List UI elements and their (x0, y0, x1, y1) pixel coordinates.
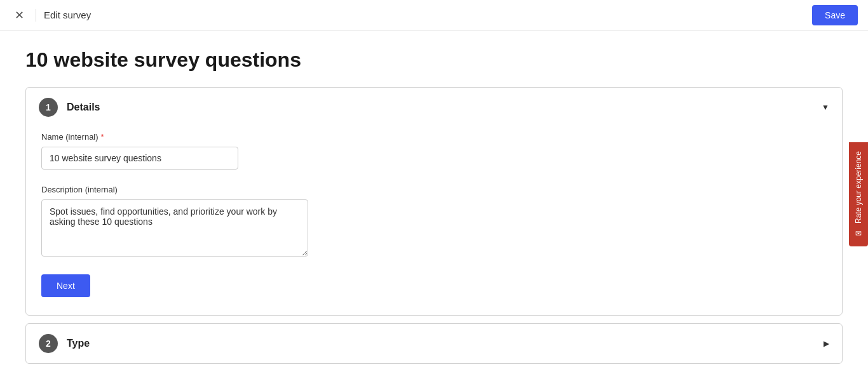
next-button[interactable]: Next (41, 274, 90, 297)
description-label: Description (internal) (41, 185, 827, 194)
section-details-header-left: 1 Details (39, 98, 100, 117)
chevron-right-icon[interactable]: ▶ (824, 339, 829, 348)
description-field-group: Description (internal) Spot issues, find… (41, 185, 827, 259)
header: ✕ Edit survey Save (0, 0, 868, 30)
name-label: Name (internal) * (41, 132, 827, 142)
section-details-body: Name (internal) * Description (internal)… (26, 127, 842, 315)
close-button[interactable]: ✕ (10, 6, 28, 24)
header-title: Edit survey (44, 10, 91, 20)
page-title: 10 website survey questions (25, 48, 843, 72)
section-details-header: 1 Details ▼ (26, 88, 842, 127)
step-badge-1: 1 (39, 98, 58, 117)
section-details: 1 Details ▼ Name (internal) * Descriptio… (25, 87, 843, 316)
header-divider (36, 9, 36, 22)
save-button[interactable]: Save (812, 5, 858, 25)
name-field-group: Name (internal) * (41, 132, 827, 170)
header-left: ✕ Edit survey (10, 6, 91, 24)
mail-icon: ✉ (854, 229, 863, 237)
section-type-header: 2 Type ▶ (26, 324, 842, 363)
section-type: 2 Type ▶ (25, 323, 843, 364)
close-icon: ✕ (15, 8, 24, 22)
chevron-down-icon[interactable]: ▼ (822, 103, 829, 112)
section-type-header-left: 2 Type (39, 334, 90, 353)
required-star: * (101, 132, 104, 142)
rate-tab-content[interactable]: ✉ Rate your experience (849, 142, 868, 246)
section-type-title: Type (67, 338, 90, 349)
main-content: 10 website survey questions 1 Details ▼ … (0, 30, 868, 388)
rate-experience-tab[interactable]: ✉ Rate your experience (849, 142, 868, 246)
rate-tab-label: Rate your experience (854, 151, 863, 223)
section-details-title: Details (67, 102, 100, 113)
name-input[interactable] (41, 147, 238, 170)
description-textarea[interactable]: Spot issues, find opportunities, and pri… (41, 199, 308, 257)
step-badge-2: 2 (39, 334, 58, 353)
